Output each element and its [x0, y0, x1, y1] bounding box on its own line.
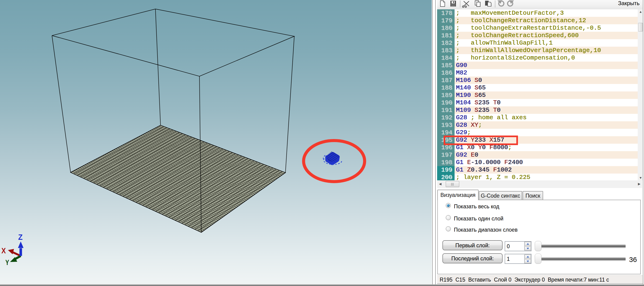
svg-text:Y: Y: [5, 258, 9, 267]
svg-text:X: X: [2, 246, 6, 255]
svg-text:Z: Z: [18, 233, 22, 241]
